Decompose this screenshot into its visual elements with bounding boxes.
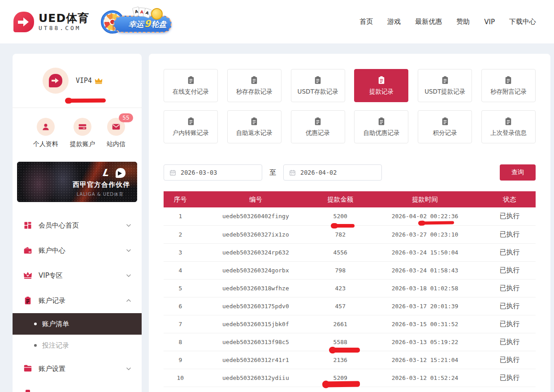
withdraw-amount: 423 [314, 279, 366, 297]
tab-label: USDT提款记录 [424, 88, 465, 96]
withdraw-id: uedeb503260324gorbx [197, 261, 314, 279]
withdraw-status: 已执行 [484, 315, 536, 333]
search-button[interactable]: 查询 [500, 164, 536, 181]
tab-6[interactable]: 户内转账记录 [164, 110, 218, 143]
clipboard-icon [250, 117, 259, 126]
profile-shortcuts: 个人资料提款账户55站内信 [13, 108, 142, 157]
sidebar-submenu-item-1[interactable]: 投注记录 [13, 335, 142, 356]
laliga-partner-banner[interactable]: L 西甲官方合作伙伴 LALIGA & UED体育 [17, 162, 137, 202]
withdraw-id: uedeb503260318wfhze [197, 279, 314, 297]
tab-0[interactable]: 在线支付记录 [164, 69, 218, 102]
tab-label: 自助优惠记录 [363, 129, 399, 137]
date-to-input[interactable]: 2026-04-02 [283, 164, 382, 181]
column-header-3: 提款时间 [366, 191, 483, 207]
red-underline-annotation-amount-8 [330, 348, 360, 353]
withdraw-status: 已执行 [484, 207, 536, 225]
withdraw-status: 已执行 [484, 225, 536, 243]
top-header: UED体育 UT88.COM 幸运9轮盘 A A A 首页游戏最新优惠赞助VIP… [0, 0, 554, 43]
nav-item-1[interactable]: 游戏 [387, 17, 401, 26]
withdraw-status: 已执行 [484, 351, 536, 369]
clipboard-icon [441, 117, 450, 126]
clipboard-icon [441, 76, 450, 85]
column-header-1: 编号 [197, 191, 314, 207]
clipboard-icon [377, 76, 386, 85]
tab-label: 优惠记录 [306, 129, 330, 137]
logo-arrow-icon [13, 12, 34, 32]
crown-icon [23, 271, 32, 280]
date-from-input[interactable]: 2026-03-03 [164, 164, 262, 181]
withdraw-time: 2026-03-18 01:02:58 [366, 279, 483, 297]
user-icon [41, 122, 50, 131]
sidebar-menu-item-3[interactable]: 账户记录 [13, 288, 142, 313]
sidebar-menu-item-1[interactable]: 账户中心 [13, 238, 142, 263]
column-header-2: 提款金额 [314, 191, 366, 207]
column-header-0: 序号 [164, 191, 197, 207]
sidebar-menu-item-2[interactable]: VIP专区 [13, 263, 142, 288]
banner-subtitle: LALIGA & UED体育 [77, 191, 124, 198]
withdraw-time: 2026-03-27 00:23:10 [366, 225, 483, 243]
table-row: 3uedeb503260324rp63245562026-03-24 15:50… [164, 243, 536, 261]
date-from-value: 2026-03-03 [181, 169, 217, 176]
withdraw-records-table-wrap: 序号编号提款金额提款时间状态 1uedeb503260402fingy52002… [164, 191, 536, 387]
withdraw-status: 已执行 [484, 297, 536, 315]
withdraw-id: uedeb503260315jbk0f [197, 315, 314, 333]
tab-5[interactable]: 秒存附言记录 [481, 69, 536, 102]
table-row: 1uedeb503260402fingy52002026-04-02 00:22… [164, 207, 536, 225]
date-to-value: 2026-04-02 [300, 169, 337, 176]
submenu-label: 账户清单 [42, 320, 69, 328]
unread-count-badge: 55 [119, 113, 133, 122]
shortcut-1[interactable]: 提款账户 [70, 118, 95, 148]
sidebar-submenu-item-0[interactable]: 账户清单 [13, 313, 142, 335]
withdraw-amount: 798 [314, 261, 366, 279]
site-logo[interactable]: UED体育 UT88.COM [13, 12, 89, 32]
table-row: 2uedeb503260327ix1zo7822026-03-27 00:23:… [164, 225, 536, 243]
tab-7[interactable]: 自助返水记录 [227, 110, 281, 143]
shortcut-0[interactable]: 个人资料 [33, 118, 58, 148]
tab-label: USDT存款记录 [298, 88, 338, 96]
tab-9[interactable]: 自助优惠记录 [354, 110, 408, 143]
tab-label: 提款记录 [369, 88, 394, 96]
table-body: 1uedeb503260402fingy52002026-04-02 00:22… [164, 207, 536, 387]
withdraw-id: uedeb503260313f98c5 [197, 333, 314, 351]
sidebar-menu-item-0[interactable]: 会员中心首页 [13, 213, 142, 238]
tab-3-active[interactable]: 提款记录 [354, 69, 408, 102]
shortcut-2[interactable]: 55站内信 [107, 118, 126, 148]
logo-title: UED体育 [39, 12, 89, 25]
bullet-dot [34, 323, 37, 325]
nav-item-4[interactable]: VIP [484, 18, 495, 26]
tab-11[interactable]: 上次登录信息 [481, 110, 536, 143]
red-underline-annotation-time-1 [420, 221, 454, 224]
nav-item-5[interactable]: 下载中心 [509, 17, 536, 26]
withdraw-status: 已执行 [484, 243, 536, 261]
sidebar-menu-item-4[interactable]: 账户设置 [13, 356, 142, 381]
tab-4[interactable]: USDT提款记录 [418, 69, 472, 102]
avatar[interactable] [43, 68, 69, 94]
nav-item-2[interactable]: 最新优惠 [415, 17, 442, 26]
nav-item-0[interactable]: 首页 [359, 17, 373, 26]
withdraw-id: uedeb503260327ix1zo [197, 225, 314, 243]
row-number: 9 [164, 351, 197, 369]
tab-8[interactable]: 优惠记录 [291, 110, 345, 143]
ued-mark-icon [116, 168, 126, 178]
logo-subtitle: UT88.COM [39, 25, 89, 31]
withdraw-id: uedeb503260312ydiiu [197, 369, 314, 387]
crown-icon [95, 77, 103, 84]
tab-10[interactable]: 积分记录 [418, 110, 472, 143]
member-center-page: UED体育 UT88.COM 幸运9轮盘 A A A 首页游戏最新优惠赞助VIP… [0, 0, 554, 392]
tab-1[interactable]: 秒存存款记录 [227, 69, 281, 102]
clipped-menu-icon [26, 390, 30, 392]
menu-label: 账户设置 [39, 365, 65, 373]
withdraw-status: 已执行 [484, 279, 536, 297]
tab-label: 秒存存款记录 [236, 88, 273, 96]
tab-2[interactable]: USDT存款记录 [291, 69, 345, 102]
avatar-logo-icon [49, 74, 62, 87]
menu-label: 账户记录 [39, 297, 65, 305]
red-underline-annotation-amount-1 [332, 224, 355, 228]
banner-title: 西甲官方合作伙伴 [73, 181, 130, 189]
nav-item-3[interactable]: 赞助 [456, 17, 470, 26]
row-number: 2 [164, 225, 197, 243]
chevron-down-icon [126, 247, 132, 254]
lucky-roulette-promo-banner[interactable]: 幸运9轮盘 A A A [101, 9, 173, 35]
sidebar-menu: 会员中心首页账户中心VIP专区账户记录账户清单投注记录账户设置 [13, 213, 142, 381]
withdraw-time: 2026-03-17 20:01:39 [366, 297, 483, 315]
